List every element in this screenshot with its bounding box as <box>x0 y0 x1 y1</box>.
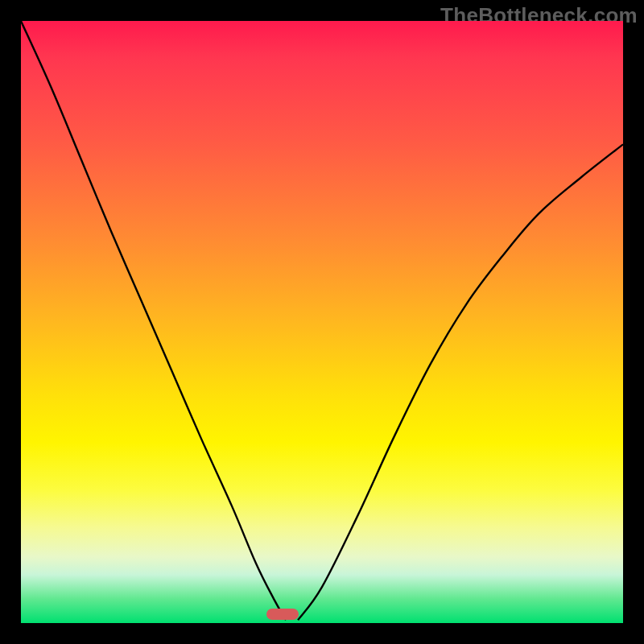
plot-frame <box>21 21 623 623</box>
curve-right-branch <box>298 144 623 620</box>
curve-svg <box>21 21 623 623</box>
curve-left-branch <box>21 21 286 620</box>
minimum-marker <box>266 609 299 620</box>
